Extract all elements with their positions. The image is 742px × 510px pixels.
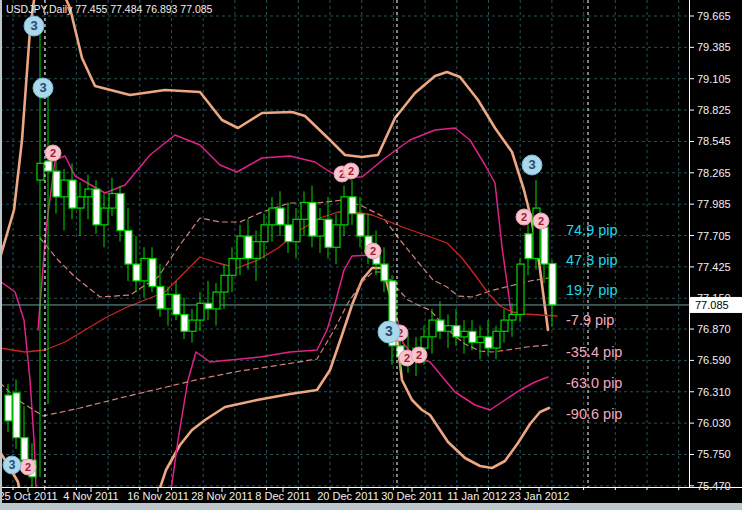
candle-body: [165, 294, 172, 309]
candle-body: [93, 189, 100, 225]
candle-body: [461, 331, 468, 337]
candle-body: [285, 225, 292, 242]
candle-body: [37, 163, 44, 180]
candle-body: [469, 331, 476, 342]
candle-body: [45, 161, 52, 171]
date-axis-label: 25 Oct 2011: [0, 490, 58, 502]
candle-body: [341, 197, 348, 225]
candle-body: [181, 314, 188, 331]
price-axis-label: 76.870: [697, 323, 731, 335]
signal-badge-blue-3: 3: [522, 155, 542, 175]
candle-body: [549, 264, 556, 305]
candle-body: [453, 326, 460, 337]
candle-body: [493, 331, 500, 348]
candle-body: [53, 171, 60, 197]
candle-body: [485, 337, 492, 348]
candle-body: [445, 326, 452, 332]
candle-body: [173, 294, 180, 314]
price-axis-label: 77.425: [697, 261, 731, 273]
date-axis-label: 16 Nov 2011: [127, 490, 189, 502]
chart-canvas[interactable]: 22222222223333374.9 pip47.3 pip19.7 pip-…: [0, 0, 742, 510]
candle-body: [253, 242, 260, 259]
candle-body: [189, 320, 196, 331]
badge-number: 3: [39, 80, 46, 95]
candle-body: [317, 219, 324, 236]
signal-badge-pink-2: 2: [45, 145, 61, 161]
signal-badge-blue-3: 3: [3, 456, 21, 474]
candle-body: [245, 236, 252, 258]
candle-body: [125, 230, 132, 264]
candle-body: [149, 258, 156, 286]
price-axis-label: 75.470: [697, 480, 731, 492]
candle-body: [349, 197, 356, 214]
signal-badge-blue-3: 3: [378, 321, 400, 343]
pip-label: 74.9 pip: [566, 222, 618, 238]
candle-body: [61, 180, 68, 197]
candle-body: [21, 438, 28, 460]
candle-body: [293, 219, 300, 241]
candle-body: [101, 208, 108, 225]
current-price-box: 77.085: [690, 297, 742, 313]
candle-body: [109, 194, 116, 209]
window-frame-bottom: [0, 503, 742, 510]
price-axis-label: 78.545: [697, 135, 731, 147]
badge-number: 2: [370, 245, 376, 257]
badge-number: 3: [30, 18, 37, 33]
candle-body: [525, 234, 532, 259]
candle-body: [333, 225, 340, 247]
candle-body: [213, 292, 220, 309]
date-axis-label: 11 Jan 2012: [447, 490, 507, 502]
date-axis-label: 4 Nov 2011: [63, 490, 118, 502]
signal-badge-pink-2: 2: [411, 347, 427, 363]
candle-body: [85, 189, 92, 197]
date-axis-label: 8 Dec 2011: [255, 490, 310, 502]
badge-number: 3: [385, 323, 393, 339]
date-axis-label: 28 Nov 2011: [191, 490, 253, 502]
candle-body: [381, 264, 388, 281]
price-axis-label: 79.105: [697, 73, 731, 85]
price-axis-label: 75.750: [697, 448, 731, 460]
candle-body: [229, 258, 236, 275]
candle-body: [133, 264, 140, 281]
badge-number: 3: [528, 157, 535, 172]
price-axis-label: 77.985: [697, 198, 731, 210]
chart-window: 22222222223333374.9 pip47.3 pip19.7 pip-…: [0, 0, 742, 510]
candle-body: [197, 303, 204, 320]
badge-number: 2: [348, 165, 354, 177]
price-axis-label: 76.310: [697, 386, 731, 398]
candle-body: [69, 180, 76, 208]
candle-body: [437, 320, 444, 331]
price-axis-label: 76.590: [697, 354, 731, 366]
candle-body: [237, 236, 244, 258]
pip-label: -63.0 pip: [566, 375, 622, 391]
signal-badge-pink-2: 2: [343, 163, 359, 179]
chart-title: USDJPY,Daily 77.455 77.484 76.893 77.085: [6, 3, 213, 15]
date-axis-label: 30 Dec 2011: [381, 490, 443, 502]
badge-number: 2: [416, 349, 422, 361]
candle-body: [517, 264, 524, 314]
pip-label: 47.3 pip: [566, 252, 618, 268]
signal-badge-blue-3: 3: [33, 78, 53, 98]
badge-number: 2: [50, 147, 56, 159]
candle-body: [309, 202, 316, 236]
badge-number: 2: [538, 215, 544, 227]
candle-body: [541, 227, 548, 264]
candle-body: [509, 314, 516, 320]
window-frame-left: [0, 0, 2, 510]
badge-number: 2: [404, 352, 410, 364]
signal-badge-pink-2: 2: [365, 243, 381, 259]
price-axis-label: 79.385: [697, 41, 731, 53]
pip-label: -90.6 pip: [566, 406, 622, 422]
badge-number: 2: [25, 461, 31, 473]
candle-body: [13, 393, 20, 438]
candle-body: [221, 275, 228, 292]
pip-label: -7.9 pip: [566, 312, 614, 328]
price-axis-label: 76.030: [697, 417, 731, 429]
candle-body: [325, 219, 332, 247]
candle-body: [157, 286, 164, 308]
candle-body: [205, 303, 212, 309]
candle-body: [421, 337, 428, 348]
badge-number: 2: [521, 211, 527, 223]
candle-body: [477, 337, 484, 343]
price-axis-label: 78.265: [697, 167, 731, 179]
